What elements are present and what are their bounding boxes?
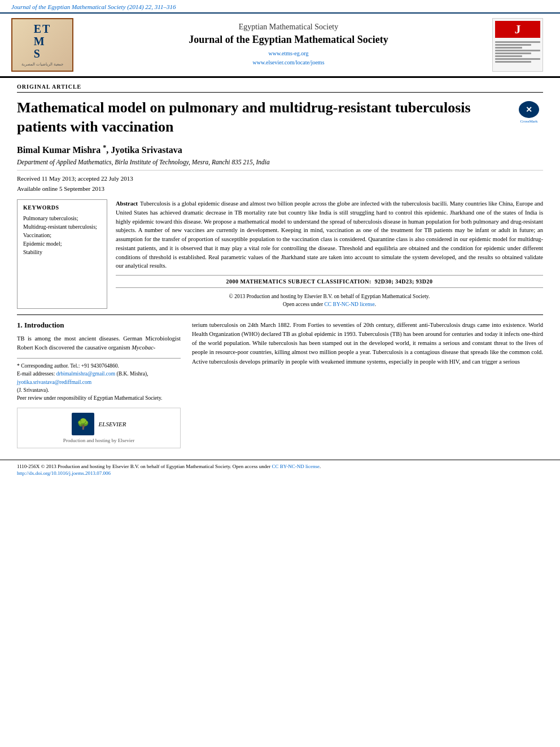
journal-name: Journal of the Egyptian Mathematical Soc… xyxy=(90,34,487,46)
j-line xyxy=(495,44,531,46)
logo-right: J xyxy=(492,18,549,72)
footnote-section: * Corresponding author. Tel.: +91 943076… xyxy=(17,358,181,402)
logo-left: ETMS جمعية الرياضيات المصرية xyxy=(11,18,85,72)
header-center: Egyptian Mathematical Society Journal of… xyxy=(85,23,492,67)
crossmark-icon[interactable]: ✕ CrossMark xyxy=(515,101,543,124)
abstract-body: Tuberculosis is a global epidemic diseas… xyxy=(116,200,543,269)
crossmark-symbol: ✕ xyxy=(526,105,532,115)
abstract-column: AbstractTuberculosis is a global epidemi… xyxy=(116,199,543,309)
journal-bar-text: Journal of the Egyptian Mathematical Soc… xyxy=(11,3,176,10)
dates-section: Received 11 May 2013; accepted 22 July 2… xyxy=(17,170,543,194)
elsevier-wordmark: ELSEVIER xyxy=(99,421,126,427)
j-line xyxy=(495,53,531,54)
email-label: E-mail addresses: xyxy=(17,371,55,377)
keyword-2: Multidrug-resistant tuberculosis; xyxy=(23,222,101,231)
j-line xyxy=(495,55,522,57)
footer-issn: 1110-256X © 2013 Production and hosting … xyxy=(17,464,543,469)
math-classification: 2000 MATHEMATICS SUBJECT CLASSIFICATION:… xyxy=(116,275,543,288)
elsevier-tree-icon: 🌳 xyxy=(72,413,94,435)
logo-arabic: جمعية الرياضيات المصرية xyxy=(21,62,63,67)
body-section: 1. Introduction TB is among the most anc… xyxy=(17,321,543,449)
footer-issn-text: 1110-256X © 2013 Production and hosting … xyxy=(17,464,321,469)
url1[interactable]: www.etms-eg.org xyxy=(90,49,487,58)
j-logo-lines xyxy=(495,40,540,64)
asterisk-icon: * xyxy=(103,143,106,151)
cc-license-link[interactable]: CC BY-NC-ND license xyxy=(325,302,375,307)
page-footer: 1110-256X © 2013 Production and hosting … xyxy=(0,460,560,479)
keyword-3: Vaccination; xyxy=(23,231,101,239)
available-online: Available online 5 September 2013 xyxy=(17,184,543,194)
j-line xyxy=(495,41,540,43)
email2-link[interactable]: jyotika.srivastava@rediffmail.com xyxy=(17,379,91,385)
keyword-1: Pulmonary tuberculosis; xyxy=(23,214,101,222)
etms-logo: ETMS جمعية الرياضيات المصرية xyxy=(11,18,73,72)
elsevier-logo-box: 🌳 ELSEVIER xyxy=(72,413,126,435)
doi-link[interactable]: http://dx.doi.org/10.1016/j.joems.2013.0… xyxy=(17,470,111,476)
math-class-value: 92D30; 34D23; 93D20 xyxy=(375,278,433,285)
crossmark-badge: ✕ CrossMark xyxy=(515,101,543,124)
keyword-4: Epidemic model; xyxy=(23,239,101,248)
journal-header-bar: Journal of the Egyptian Mathematical Soc… xyxy=(0,0,560,14)
etms-letters: ETMS xyxy=(34,23,51,60)
email1-name: (B.K. Mishra), xyxy=(117,371,148,377)
email2-name: (J. Srivastava). xyxy=(17,387,49,393)
crossmark-text: CrossMark xyxy=(520,119,537,124)
keyword-5: Stability xyxy=(23,248,101,256)
body-right-column: terium tuberculosis on 24th March 1882. … xyxy=(192,321,543,449)
corresponding-author: * Corresponding author. Tel.: +91 943076… xyxy=(17,362,181,370)
header-section: ETMS جمعية الرياضيات المصرية Egyptian Ma… xyxy=(0,14,560,78)
j-line xyxy=(495,50,540,51)
journal-urls: www.etms-eg.org www.elsevier.com/locate/… xyxy=(90,49,487,67)
abstract-label: Abstract xyxy=(116,200,138,207)
main-content: ORIGINAL ARTICLE Mathematical model on p… xyxy=(0,78,560,454)
authors-line: Bimal Kumar Mishra *, Jyotika Srivastava xyxy=(17,143,543,155)
url2[interactable]: www.elsevier.com/locate/joems xyxy=(90,58,487,67)
italic-text: Mycobac- xyxy=(132,344,155,351)
footer-cc-link[interactable]: CC BY-NC-ND license xyxy=(272,464,320,469)
j-line xyxy=(495,61,531,63)
intro-paragraph-right: terium tuberculosis on 24th March 1882. … xyxy=(192,321,543,366)
j-line xyxy=(495,58,540,60)
elsevier-j-logo: J xyxy=(492,18,543,72)
original-article-label: ORIGINAL ARTICLE xyxy=(17,84,543,93)
crossmark-circle: ✕ xyxy=(519,101,539,118)
article-title-section: Mathematical model on pulmonary and mult… xyxy=(17,98,543,137)
keywords-column: KEYWORDS Pulmonary tuberculosis; Multidr… xyxy=(17,199,107,309)
footer-doi: http://dx.doi.org/10.1016/j.joems.2013.0… xyxy=(17,470,543,476)
elsevier-logo-area: 🌳 ELSEVIER Production and hosting by Els… xyxy=(17,408,181,448)
article-title: Mathematical model on pulmonary and mult… xyxy=(17,98,509,137)
keywords-title: KEYWORDS xyxy=(23,204,101,211)
email-line: E-mail addresses: drbimalmishra@gmail.co… xyxy=(17,370,181,394)
introduction-heading: 1. Introduction xyxy=(17,321,181,330)
body-left-column: 1. Introduction TB is among the most anc… xyxy=(17,321,181,449)
intro-paragraph-left: TB is among the most ancient diseases. G… xyxy=(17,334,181,353)
email1-link[interactable]: drbimalmishra@gmail.com xyxy=(56,371,116,377)
received-date: Received 11 May 2013; accepted 22 July 2… xyxy=(17,174,543,184)
society-name: Egyptian Mathematical Society xyxy=(90,23,487,32)
copyright-section: © 2013 Production and hosting by Elsevie… xyxy=(116,292,543,309)
copyright-line2: Open access under CC BY-NC-ND license. xyxy=(116,300,543,308)
production-hosting-text: Production and hosting by Elsevier xyxy=(63,438,134,443)
peer-review-note: Peer review under responsibility of Egyp… xyxy=(17,394,181,402)
authors-text: Bimal Kumar Mishra *, Jyotika Srivastava xyxy=(17,145,182,155)
affiliation: Department of Applied Mathematics, Birla… xyxy=(17,159,543,165)
copyright-line1: © 2013 Production and hosting by Elsevie… xyxy=(116,292,543,300)
divider xyxy=(17,314,543,315)
j-line xyxy=(495,47,522,49)
abstract-text: AbstractTuberculosis is a global epidemi… xyxy=(116,199,543,270)
keywords-abstract-section: KEYWORDS Pulmonary tuberculosis; Multidr… xyxy=(17,199,543,309)
j-letter: J xyxy=(495,21,540,38)
math-class-label: 2000 MATHEMATICS SUBJECT CLASSIFICATION: xyxy=(226,278,371,285)
